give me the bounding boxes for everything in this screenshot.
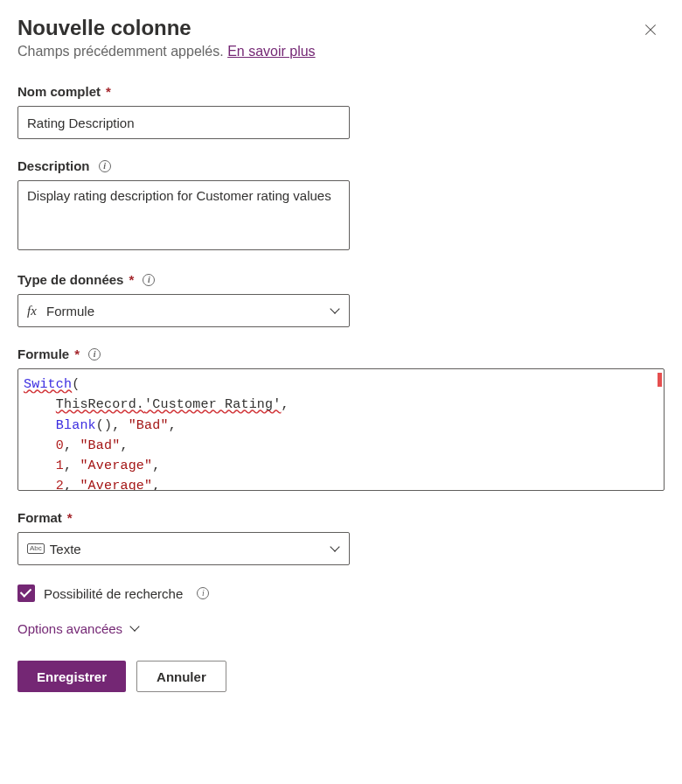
format-field: Format* Abc Texte <box>17 510 665 565</box>
description-label-text: Description <box>17 158 90 173</box>
format-label-text: Format <box>17 510 62 525</box>
advanced-options-label: Options avancées <box>17 621 122 636</box>
panel-header: Nouvelle colonne <box>17 16 665 40</box>
scroll-indicator <box>658 373 662 387</box>
info-icon[interactable]: i <box>88 348 101 360</box>
chevron-down-icon <box>330 543 340 554</box>
formula-editor[interactable]: Switch( ThisRecord.'Customer Rating', Bl… <box>17 368 665 491</box>
token-str: "Bad" <box>80 438 120 453</box>
token-num: 0 <box>56 438 64 453</box>
chevron-down-icon <box>129 624 140 634</box>
formula-label-text: Formule <box>17 346 69 361</box>
data-type-field: Type de données* i fx Formule <box>17 272 665 327</box>
data-type-value: Formule <box>46 304 330 318</box>
text-format-icon: Abc <box>27 543 45 554</box>
format-select[interactable]: Abc Texte <box>17 532 350 565</box>
display-name-label-text: Nom complet <box>17 84 101 99</box>
token-id: ThisRecord. <box>56 397 144 412</box>
required-indicator: * <box>74 346 80 361</box>
searchable-label: Possibilité de recherche <box>44 586 183 601</box>
token-str: "Bad" <box>129 418 169 433</box>
data-type-select[interactable]: fx Formule <box>17 294 350 327</box>
formula-icon: fx <box>27 304 46 318</box>
learn-more-link[interactable]: En savoir plus <box>227 44 316 59</box>
data-type-label-text: Type de données <box>17 272 123 287</box>
advanced-options-toggle[interactable]: Options avancées <box>17 621 665 636</box>
footer-buttons: Enregistrer Annuler <box>17 661 665 692</box>
format-value: Texte <box>50 542 330 556</box>
close-icon[interactable] <box>642 21 659 38</box>
info-icon[interactable]: i <box>143 274 155 286</box>
format-label: Format* <box>17 510 665 525</box>
display-name-field: Nom complet* <box>17 84 665 139</box>
description-input[interactable] <box>17 180 350 250</box>
token-id: 'Customer Rating' <box>144 397 281 412</box>
searchable-row: Possibilité de recherche i <box>17 584 665 602</box>
display-name-label: Nom complet* <box>17 84 665 99</box>
token-fn: Switch <box>24 377 72 392</box>
subtitle-text: Champs précédemment appelés. <box>17 44 227 59</box>
token-num: 1 <box>56 458 64 473</box>
info-icon[interactable]: i <box>197 587 209 599</box>
cancel-button[interactable]: Annuler <box>136 661 226 692</box>
required-indicator: * <box>129 272 134 287</box>
description-field: Description i <box>17 158 665 253</box>
new-column-panel: Nouvelle colonne Champs précédemment app… <box>0 0 682 708</box>
searchable-checkbox[interactable] <box>17 584 35 602</box>
token-fn: Blank <box>56 418 96 433</box>
save-button[interactable]: Enregistrer <box>17 661 126 692</box>
info-icon[interactable]: i <box>99 160 111 172</box>
chevron-down-icon <box>330 305 340 316</box>
panel-title: Nouvelle colonne <box>17 16 191 40</box>
token-str: "Average" <box>80 458 152 473</box>
required-indicator: * <box>67 510 73 525</box>
description-label: Description i <box>17 158 665 173</box>
token-str: "Average" <box>80 479 152 491</box>
formula-field: Formule* i Switch( ThisRecord.'Customer … <box>17 346 665 491</box>
display-name-input[interactable] <box>17 106 350 139</box>
required-indicator: * <box>106 84 111 99</box>
token-num: 2 <box>56 479 64 491</box>
formula-label: Formule* i <box>17 346 665 361</box>
data-type-label: Type de données* i <box>17 272 665 287</box>
panel-subtitle: Champs précédemment appelés. En savoir p… <box>17 44 665 60</box>
